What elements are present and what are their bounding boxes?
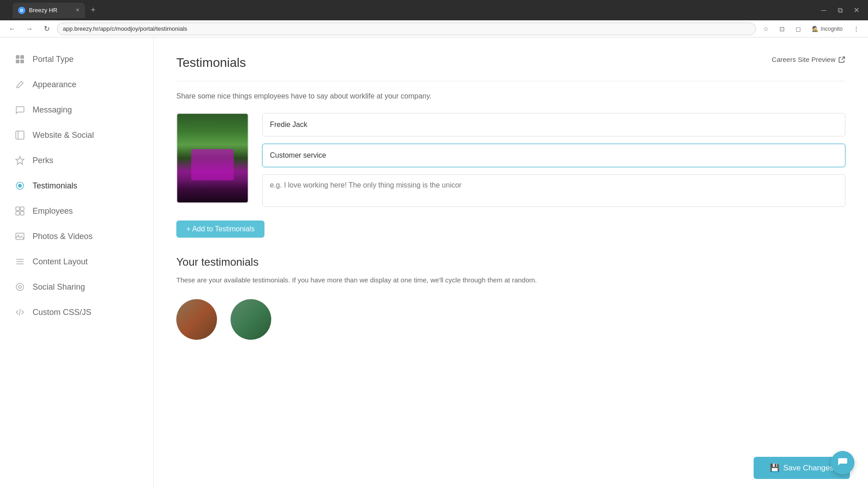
sidebar-item-social-sharing[interactable]: Social Sharing bbox=[0, 274, 153, 300]
social-sharing-icon bbox=[14, 281, 26, 293]
sidebar-label-portal-type: Portal Type bbox=[33, 55, 74, 64]
forward-button[interactable]: → bbox=[23, 22, 36, 36]
back-button[interactable]: ← bbox=[5, 22, 19, 36]
svg-rect-3 bbox=[20, 60, 24, 63]
svg-rect-2 bbox=[16, 60, 19, 63]
perks-icon bbox=[14, 154, 26, 167]
testimonials-grid bbox=[176, 299, 845, 340]
careers-preview-label: Careers Site Preview bbox=[772, 56, 835, 63]
sidebar-label-custom-css-js: Custom CSS/JS bbox=[33, 308, 91, 317]
main-content: Testimonials Careers Site Preview Share … bbox=[154, 38, 868, 488]
form-fields bbox=[262, 113, 845, 207]
tab-favicon: B bbox=[18, 7, 25, 14]
incognito-label: Incognito bbox=[821, 26, 843, 32]
sidebar-item-messaging[interactable]: Messaging bbox=[0, 97, 153, 122]
sidebar-item-content-layout[interactable]: Content Layout bbox=[0, 249, 153, 274]
svg-point-18 bbox=[16, 283, 24, 291]
employee-quote-input[interactable] bbox=[262, 174, 845, 207]
messaging-icon bbox=[14, 103, 26, 116]
sidebar-item-perks[interactable]: Perks bbox=[0, 148, 153, 173]
uploaded-photo bbox=[177, 114, 248, 202]
profile-button[interactable]: ◻ bbox=[792, 23, 805, 35]
save-icon: 💾 bbox=[770, 463, 779, 473]
sidebar-label-perks: Perks bbox=[33, 156, 53, 165]
portal-type-icon bbox=[14, 53, 26, 66]
close-window-button[interactable]: ✕ bbox=[850, 4, 863, 17]
sidebar-item-photos-videos[interactable]: Photos & Videos bbox=[0, 224, 153, 249]
sidebar-label-photos-videos: Photos & Videos bbox=[33, 232, 93, 241]
active-tab[interactable]: B Breezy HR ✕ bbox=[13, 3, 85, 18]
sidebar-item-portal-type[interactable]: Portal Type bbox=[0, 47, 153, 72]
new-tab-button[interactable]: + bbox=[87, 4, 99, 17]
photos-videos-icon bbox=[14, 230, 26, 243]
tab-bar: B Breezy HR ✕ + bbox=[13, 3, 810, 18]
reload-button[interactable]: ↻ bbox=[40, 22, 53, 36]
tab-close-button[interactable]: ✕ bbox=[75, 7, 80, 13]
sidebar-label-messaging: Messaging bbox=[33, 105, 72, 115]
svg-point-8 bbox=[18, 184, 22, 188]
incognito-badge[interactable]: 🕵 Incognito bbox=[808, 25, 846, 33]
save-label: Save Changes bbox=[783, 464, 834, 473]
chat-widget-button[interactable] bbox=[831, 451, 854, 474]
url-bar[interactable] bbox=[57, 23, 756, 35]
careers-site-preview-link[interactable]: Careers Site Preview bbox=[772, 56, 845, 63]
svg-rect-10 bbox=[20, 207, 24, 211]
minimize-button[interactable]: ─ bbox=[817, 4, 830, 17]
sidebar-item-custom-css-js[interactable]: Custom CSS/JS bbox=[0, 300, 153, 325]
custom-css-js-icon bbox=[14, 306, 26, 319]
svg-rect-4 bbox=[16, 131, 24, 139]
your-testimonials-title: Your testimonials bbox=[176, 256, 845, 268]
bookmark-button[interactable]: ☆ bbox=[760, 23, 772, 35]
your-testimonials-description: These are your available testimonials. I… bbox=[176, 275, 845, 286]
svg-rect-13 bbox=[16, 233, 24, 239]
content-layout-icon bbox=[14, 255, 26, 268]
page-title: Testimonials bbox=[176, 56, 246, 70]
app-layout: Portal Type Appearance Messaging Website… bbox=[0, 38, 868, 488]
sidebar: Portal Type Appearance Messaging Website… bbox=[0, 38, 154, 488]
add-to-testimonials-button[interactable]: + Add to Testimonials bbox=[176, 221, 264, 238]
testimonial-avatar-1 bbox=[176, 299, 217, 340]
menu-button[interactable]: ⋮ bbox=[850, 23, 863, 35]
website-social-icon bbox=[14, 129, 26, 141]
employee-name-input[interactable] bbox=[262, 113, 845, 136]
svg-marker-6 bbox=[16, 156, 24, 164]
address-bar-icons: ☆ ⊡ ◻ 🕵 Incognito ⋮ bbox=[760, 23, 863, 35]
sidebar-label-content-layout: Content Layout bbox=[33, 257, 88, 267]
svg-point-19 bbox=[19, 286, 21, 288]
svg-rect-0 bbox=[16, 55, 19, 59]
restore-button[interactable]: ⧉ bbox=[834, 4, 846, 17]
sidebar-item-employees[interactable]: Employees bbox=[0, 198, 153, 224]
appearance-icon bbox=[14, 78, 26, 91]
page-header: Testimonials Careers Site Preview bbox=[176, 56, 845, 81]
incognito-icon: 🕵 bbox=[812, 26, 819, 32]
testimonials-icon bbox=[14, 179, 26, 192]
browser-chrome: B Breezy HR ✕ + ─ ⧉ ✕ bbox=[0, 0, 868, 20]
sidebar-item-website-social[interactable]: Website & Social bbox=[0, 122, 153, 148]
svg-rect-11 bbox=[16, 211, 19, 215]
external-link-icon bbox=[838, 56, 845, 63]
window-controls: ─ ⧉ ✕ bbox=[817, 4, 863, 17]
svg-rect-9 bbox=[16, 207, 19, 211]
sidebar-label-social-sharing: Social Sharing bbox=[33, 282, 85, 292]
sidebar-item-testimonials[interactable]: Testimonials bbox=[0, 173, 153, 198]
sidebar-label-website-social: Website & Social bbox=[33, 131, 94, 140]
extensions-button[interactable]: ⊡ bbox=[776, 23, 788, 35]
address-bar: ← → ↻ ☆ ⊡ ◻ 🕵 Incognito ⋮ bbox=[0, 20, 868, 38]
tab-title: Breezy HR bbox=[29, 7, 57, 14]
testimonial-form bbox=[176, 113, 845, 207]
add-btn-label: + Add to Testimonials bbox=[186, 225, 255, 233]
sidebar-item-appearance[interactable]: Appearance bbox=[0, 72, 153, 97]
sidebar-label-appearance: Appearance bbox=[33, 80, 76, 89]
employees-icon bbox=[14, 205, 26, 217]
testimonial-avatar-2 bbox=[231, 299, 271, 340]
sidebar-label-testimonials: Testimonials bbox=[33, 181, 77, 191]
photo-upload-area[interactable] bbox=[176, 113, 249, 203]
svg-rect-12 bbox=[20, 211, 24, 215]
sidebar-label-employees: Employees bbox=[33, 206, 73, 216]
svg-rect-1 bbox=[20, 55, 24, 59]
employee-role-input[interactable] bbox=[262, 144, 845, 167]
section-description: Share some nice things employees have to… bbox=[176, 92, 845, 100]
chat-icon bbox=[837, 457, 848, 468]
your-testimonials-section: Your testimonials These are your availab… bbox=[176, 256, 845, 340]
